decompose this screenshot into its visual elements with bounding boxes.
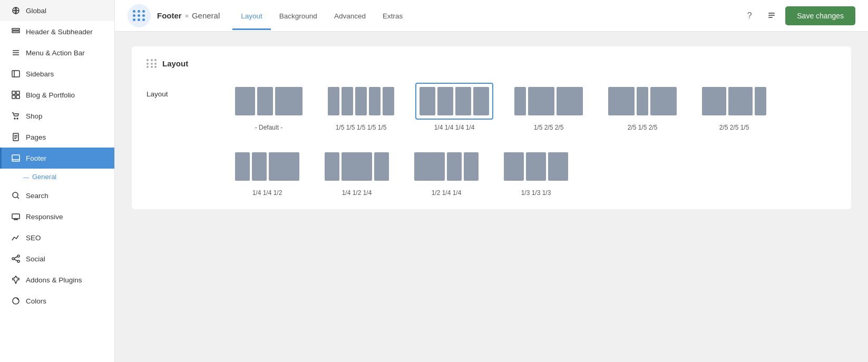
layout-option-1-4-1-2-1-4[interactable]: 1/4 1/2 1/4 — [320, 148, 393, 197]
sidebar-icon-global — [11, 6, 21, 15]
layout-option-1-2-1-4-1-4[interactable]: 1/2 1/4 1/4 — [410, 148, 483, 197]
layout-block — [702, 87, 726, 115]
sidebar-item-colors[interactable]: Colors — [0, 290, 114, 311]
svg-line-29 — [14, 259, 17, 261]
layout-preview-default — [231, 83, 307, 120]
sidebar-item-blog-portfolio[interactable]: Blog & Portfolio — [0, 84, 114, 105]
svg-rect-33 — [768, 17, 773, 18]
content-area: Layout Layout - Default -1/5 1/5 1/5 1/5… — [115, 32, 868, 362]
sidebar-icon-header-subheader — [11, 27, 21, 36]
layout-block — [637, 87, 648, 115]
layout-option-2-5-2-5-1-5[interactable]: 2/5 2/5 1/5 — [698, 83, 771, 131]
sidebar-item-shop[interactable]: Shop — [0, 105, 114, 126]
sidebar-item-search[interactable]: Search — [0, 185, 114, 206]
layout-block — [473, 87, 489, 115]
layout-option-1-5x5[interactable]: 1/5 1/5 1/5 1/5 1/5 — [324, 83, 398, 131]
layout-block — [275, 87, 303, 115]
sidebar-item-label-seo: SEO — [26, 234, 41, 242]
layout-block — [455, 87, 471, 115]
main-content: Footer » General LayoutBackgroundAdvance… — [115, 0, 868, 362]
layout-block — [464, 152, 479, 181]
sidebar-item-pages[interactable]: Pages — [0, 126, 114, 148]
layout-preview-2-5-1-5-2-5 — [604, 83, 681, 120]
sidebar: GlobalHeader & SubheaderMenu & Action Ba… — [0, 0, 115, 362]
layout-options: - Default -1/5 1/5 1/5 1/5 1/51/4 1/4 1/… — [231, 83, 836, 197]
layout-option-1-4-1-4-1-2[interactable]: 1/4 1/4 1/2 — [231, 148, 304, 197]
sidebar-item-label-menu-action-bar: Menu & Action Bar — [26, 49, 85, 57]
sidebar-item-sidebars[interactable]: Sidebars — [0, 63, 114, 84]
layout-option-default[interactable]: - Default - — [231, 83, 307, 131]
layout-preview-1-2-1-4-1-4 — [410, 148, 483, 185]
dots-grid-icon — [133, 10, 145, 21]
svg-rect-23 — [12, 214, 19, 219]
svg-point-21 — [13, 192, 18, 198]
tab-advanced[interactable]: Advanced — [326, 2, 374, 30]
layout-block — [608, 87, 635, 115]
svg-point-27 — [17, 260, 19, 262]
sidebar-item-social[interactable]: Social — [0, 248, 114, 269]
tab-background[interactable]: Background — [271, 2, 326, 30]
sidebar-icon-colors — [11, 296, 21, 306]
layout-caption-2-5-2-5-1-5: 2/5 2/5 1/5 — [719, 124, 749, 131]
sidebar-item-header-subheader[interactable]: Header & Subheader — [0, 21, 114, 42]
svg-rect-24 — [14, 219, 17, 220]
layout-block — [369, 87, 381, 115]
tab-extras[interactable]: Extras — [374, 2, 411, 30]
layout-caption-default: - Default - — [255, 124, 283, 131]
layout-block — [755, 87, 766, 115]
svg-rect-11 — [12, 95, 15, 99]
tab-layout[interactable]: Layout — [232, 2, 271, 30]
svg-rect-19 — [12, 155, 19, 161]
layout-option-2-5-1-5-2-5[interactable]: 2/5 1/5 2/5 — [604, 83, 681, 131]
sidebar-item-label-addons-plugins: Addons & Plugins — [26, 276, 82, 284]
breadcrumb: Footer » General — [157, 11, 220, 20]
layout-option-1-5-2-5-2-5[interactable]: 1/5 2/5 2/5 — [510, 83, 587, 131]
sidebar-item-global[interactable]: Global — [0, 0, 114, 21]
layout-block — [269, 152, 299, 181]
layout-block — [342, 152, 372, 181]
breadcrumb-main: Footer — [157, 11, 182, 20]
svg-point-25 — [12, 258, 14, 260]
layout-caption-1-4-1-2-1-4: 1/4 1/2 1/4 — [342, 189, 372, 197]
save-button[interactable]: Save changes — [785, 6, 855, 25]
layout-block — [420, 87, 435, 115]
sidebar-item-seo[interactable]: SEO — [0, 227, 114, 248]
layout-caption-1-2-1-4-1-4: 1/2 1/4 1/4 — [432, 189, 462, 197]
sidebar-item-label-blog-portfolio: Blog & Portfolio — [26, 91, 75, 99]
sidebar-item-label-header-subheader: Header & Subheader — [26, 28, 93, 36]
layout-block — [252, 152, 267, 181]
svg-line-28 — [14, 257, 17, 258]
breadcrumb-separator: » — [185, 12, 189, 19]
svg-rect-3 — [12, 31, 19, 33]
sidebar-item-label-footer: Footer — [26, 154, 46, 162]
help-button[interactable]: ? — [741, 7, 758, 24]
layout-block — [235, 152, 250, 181]
notes-button[interactable] — [763, 7, 780, 24]
section-dots-icon — [147, 59, 157, 68]
layout-block — [526, 152, 546, 181]
sidebar-icon-responsive — [11, 212, 21, 221]
layout-block — [374, 152, 389, 181]
tabs: LayoutBackgroundAdvancedExtras — [232, 2, 411, 30]
layout-caption-2-5-1-5-2-5: 2/5 1/5 2/5 — [628, 124, 658, 131]
sidebar-item-responsive[interactable]: Responsive — [0, 206, 114, 227]
layout-block — [728, 87, 753, 115]
sidebar-icon-footer — [11, 153, 21, 163]
header-icon — [128, 4, 151, 27]
sidebar-item-label-sidebars: Sidebars — [26, 70, 54, 78]
sidebar-item-menu-action-bar[interactable]: Menu & Action Bar — [0, 42, 114, 63]
sidebar-item-footer[interactable]: Footer — [0, 148, 114, 169]
layout-preview-1-5x5 — [324, 83, 398, 120]
layout-caption-1-4-1-4-1-2: 1/4 1/4 1/2 — [252, 189, 282, 197]
section-header: Layout — [147, 59, 836, 68]
breadcrumb-sub: General — [192, 11, 220, 20]
sidebar-item-addons-plugins[interactable]: Addons & Plugins — [0, 269, 114, 290]
svg-rect-9 — [12, 91, 15, 94]
sidebar-sub-item-general[interactable]: General — [0, 169, 114, 185]
sidebar-icon-blog-portfolio — [11, 90, 21, 100]
layout-block — [548, 152, 568, 181]
layout-option-1-4x4[interactable]: 1/4 1/4 1/4 1/4 — [415, 83, 493, 131]
layout-option-1-3-1-3-1-3[interactable]: 1/3 1/3 1/3 — [500, 148, 572, 197]
svg-rect-2 — [12, 28, 19, 30]
layout-caption-1-5x5: 1/5 1/5 1/5 1/5 1/5 — [336, 124, 387, 131]
